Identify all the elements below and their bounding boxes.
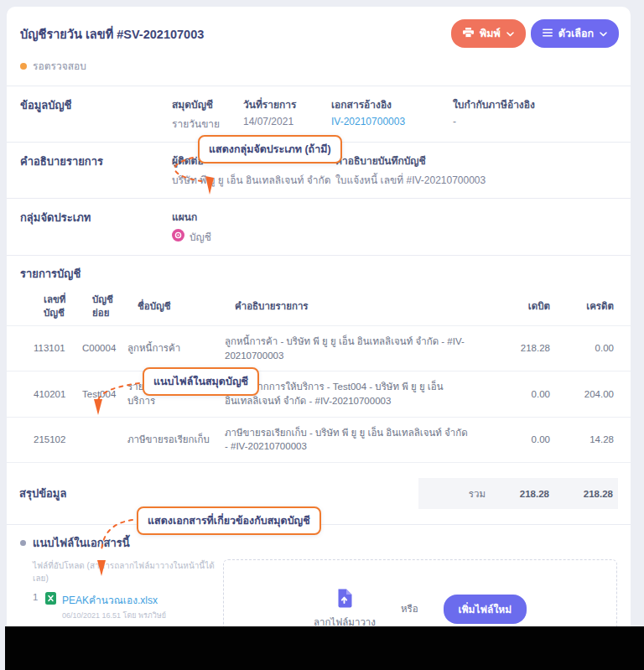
chevron-down-icon (600, 28, 607, 39)
or-label: หรือ (401, 601, 418, 616)
section-account-info: ข้อมูลบัญชี สมุดบัญชี รายวันขาย วันที่รา… (7, 86, 631, 142)
section-classification: กลุ่มจัดประเภท แผนก บัญชี (7, 198, 631, 255)
options-button[interactable]: ตัวเลือก (531, 19, 619, 48)
file-item: 1 PEAKคำนวณเอง.xlsx 06/10/2021 16.51 โดย… (33, 592, 223, 621)
print-button[interactable]: พิมพ์ (451, 19, 526, 48)
col-debit: เดบิต (483, 300, 550, 314)
section-label: แนบไฟล์ในเอกสารนี้ (33, 534, 130, 552)
table-row: 113101 C00004 ลูกหนี้การค้า ลูกหนี้การค้… (7, 325, 631, 371)
cell-account-no: 410201 (34, 387, 82, 402)
page-header: บัญชีรายวัน เลขที่ #SV-202107003 พิมพ์ ต… (7, 7, 631, 51)
file-index: 1 (33, 592, 39, 602)
col-account-no: เลขที่ บัญชี (44, 293, 92, 319)
total-label: รวม (437, 486, 486, 501)
page-title: บัญชีรายวัน เลขที่ #SV-202107003 (20, 24, 451, 44)
section-label: รายการบัญชี (7, 265, 631, 289)
cell-description: ลูกหนี้การค้า - บริษัท พี ยู ยู เอ็น อิน… (225, 335, 483, 362)
entry-note-value: ใบแจ้งหนี้ เลขที่ #IV-20210700003 (335, 172, 617, 188)
section-attachments: แนบไฟล์ในเอกสารนี้ ไฟล์ที่อัปโหลด (สามาร… (7, 525, 631, 626)
bullet-icon (20, 540, 26, 546)
file-link[interactable]: PEAKคำนวณเอง.xlsx (62, 592, 166, 608)
section-label: ข้อมูลบัญชี (20, 96, 172, 132)
options-button-label: ตัวเลือก (558, 25, 594, 42)
tax-invoice-ref-label: ใบกำกับภาษีอ้างอิง (453, 96, 617, 112)
cell-debit: 218.28 (483, 341, 550, 356)
cell-credit: 0.00 (550, 341, 614, 356)
file-dropzone[interactable]: ลากไฟล์มาวาง หรือ เพิ่มไฟล์ใหม่ (223, 559, 617, 626)
cell-credit: 14.28 (550, 433, 614, 447)
tag-circle-icon (172, 229, 184, 245)
cell-description: ภาษีขายรอเรียกเก็บ - บริษัท พี ยู ยู เอ็… (225, 426, 483, 454)
add-file-button[interactable]: เพิ่มไฟล์ใหม่ (444, 595, 527, 624)
reference-doc-label: เอกสารอ้างอิง (331, 96, 453, 112)
status-badge: รอตรวจสอบ (33, 58, 86, 74)
tax-invoice-ref-value: - (453, 116, 617, 127)
cell-account-no: 215102 (34, 433, 82, 447)
cell-credit: 204.00 (550, 387, 614, 402)
status-dot-icon (20, 63, 27, 70)
reference-doc-link[interactable]: IV-20210700003 (331, 116, 453, 127)
cell-sub-account: Test004 (82, 387, 127, 402)
cell-account-name: ภาษีขายรอเรียกเก็บ (127, 433, 225, 447)
cell-debit: 0.00 (483, 433, 550, 447)
printer-icon (463, 28, 474, 40)
col-account-name: ชื่อบัญชี (138, 300, 235, 314)
uploaded-files-hint: ไฟล์ที่อัปโหลด (สามารถลากไฟล์มาวางในหน้า… (33, 559, 223, 584)
department-label: แผนก (172, 209, 617, 225)
section-label: คำอธิบายรายการ (20, 153, 172, 188)
department-value: บัญชี (190, 229, 211, 245)
print-button-label: พิมพ์ (480, 25, 501, 42)
journal-book-value: รายวันขาย (172, 116, 243, 132)
annotation-callout-attach: แนบไฟล์ในสมุดบัญชี (143, 367, 259, 396)
cell-sub-account: C00004 (82, 341, 127, 356)
menu-icon (543, 28, 553, 39)
drop-label: ลากไฟล์มาวาง (314, 615, 376, 626)
cell-debit: 0.00 (483, 387, 550, 402)
section-entries: รายการบัญชี เลขที่ บัญชี บัญชี ย่อย ชื่อ… (7, 255, 631, 462)
totals-box: รวม 218.28 218.28 (418, 478, 618, 509)
entry-date-label: วันที่รายการ (243, 96, 331, 112)
table-row: 215102 ภาษีขายรอเรียกเก็บ ภาษีขายรอเรียก… (7, 417, 631, 462)
section-label: สรุปข้อมูล (19, 485, 171, 502)
col-sub-account: บัญชี ย่อย (92, 293, 138, 319)
table-row: 410201 Test004 รายได้จากการให้บริการ ราย… (7, 371, 631, 416)
bottom-black-strip (5, 626, 644, 670)
entries-table-header: เลขที่ บัญชี บัญชี ย่อย ชื่อบัญชี คำอธิบ… (7, 289, 631, 325)
contact-value: บริษัท พี ยู ยู เอ็น อินเทลลิเจนท์ จำกัด (172, 172, 335, 188)
total-debit: 218.28 (486, 489, 549, 499)
cell-description: รายได้จากการให้บริการ - Test004 - บริษัท… (225, 380, 483, 408)
entry-note-label: คำอธิบายบันทึกบัญชี (335, 153, 617, 169)
section-label: กลุ่มจัดประเภท (20, 209, 172, 245)
chevron-down-icon (506, 28, 514, 39)
journal-book-label: สมุดบัญชี (172, 96, 243, 112)
entry-date-value: 14/07/2021 (243, 116, 331, 127)
annotation-callout-classification: แสดงกลุ่มจัดประเภท (ถ้ามี) (198, 135, 342, 164)
file-upload-icon (336, 589, 352, 611)
file-meta: 06/10/2021 16.51 โดย พรภวิษย์ (62, 610, 166, 621)
col-description: คำอธิบายรายการ (235, 300, 483, 314)
cell-account-no: 113101 (34, 341, 82, 356)
excel-file-icon (45, 592, 56, 608)
total-credit: 218.28 (549, 489, 613, 499)
status-row: รอตรวจสอบ (7, 51, 631, 86)
annotation-callout-related: แสดงเอกสารที่เกี่ยวข้องกับสมุดบัญชี (137, 506, 321, 535)
cell-account-name: ลูกหนี้การค้า (127, 341, 225, 356)
col-credit: เครดิต (550, 300, 614, 314)
